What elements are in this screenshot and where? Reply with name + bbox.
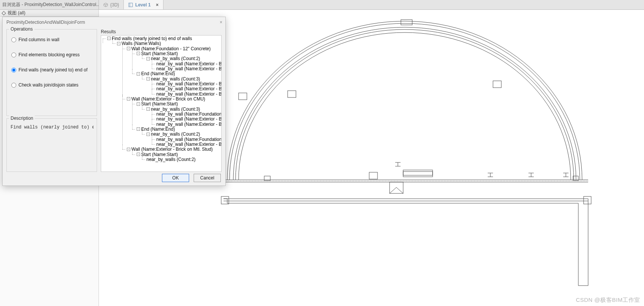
collapse-icon[interactable]: - xyxy=(137,102,140,106)
svg-rect-17 xyxy=(369,172,377,179)
tree-node-label: near_by_wall (Name:Exterior - Brick xyxy=(156,87,222,92)
radio-find-columns-label: Find columns in wall xyxy=(18,37,59,42)
collapse-icon[interactable]: - xyxy=(146,133,150,136)
tree-node[interactable]: near_by_wall (Name:Foundation - 12" xyxy=(152,112,221,117)
collapse-icon[interactable]: - xyxy=(117,42,120,45)
tree-node[interactable]: -near_by_walls (Count:2)near_by_wall (Na… xyxy=(142,132,221,147)
tree-node-label: near_by_wall (Name:Exterior - Brick xyxy=(156,61,222,66)
tree-node[interactable]: -Walls (Name:Walls)-Wall (Name:Foundatio… xyxy=(112,41,221,162)
operations-legend: Operations xyxy=(9,26,34,32)
tree-node[interactable]: -End (Name:End)-near_by_walls (Count:2)n… xyxy=(132,127,221,147)
tree-node-label: near_by_wall (Name:Exterior - Brick xyxy=(156,81,222,87)
project-browser-label-text: 目浏览器 - ProximityDetection_WallJoinContro… xyxy=(2,2,99,8)
collapse-icon[interactable]: - xyxy=(137,72,140,76)
svg-rect-0 xyxy=(129,3,132,7)
tree-node[interactable]: near_by_wall (Name:Exterior - Brick xyxy=(152,117,221,122)
tree-node[interactable]: -Start (Name:Start)-near_by_walls (Count… xyxy=(132,51,221,71)
radio-blocking-egress[interactable]: Find elements blocking egress xyxy=(11,52,94,57)
radio-nearly-joined-input[interactable] xyxy=(11,68,16,73)
collapse-icon[interactable]: - xyxy=(146,77,150,80)
svg-rect-21 xyxy=(584,196,591,204)
tree-node-label: Start (Name:Start) xyxy=(141,152,178,157)
svg-rect-15 xyxy=(493,81,501,88)
close-icon[interactable]: × xyxy=(156,2,159,8)
top-tab-strip: 目浏览器 - ProximityDetection_WallJoinContro… xyxy=(0,0,644,10)
radio-find-columns[interactable]: Find columns in wall xyxy=(11,37,94,42)
tree-node-label: near_by_wall (Name:Foundation - 12" xyxy=(156,111,222,117)
operations-groupbox: Operations Find columns in wall Find ele… xyxy=(6,29,97,116)
tree-node-label: Wall (Name:Exterior - Brick on Mtl. Stud… xyxy=(131,147,213,152)
tree-node-label: Wall (Name:Foundation - 12" Concrete) xyxy=(131,46,211,51)
radio-blocking-egress-label: Find elements blocking egress xyxy=(18,52,80,57)
tree-node-label: Start (Name:Start) xyxy=(141,102,178,107)
project-browser-label: 目浏览器 - ProximityDetection_WallJoinContro… xyxy=(0,0,99,9)
tree-node[interactable]: -near_by_walls (Count:3)near_by_wall (Na… xyxy=(142,107,221,127)
collapse-icon[interactable]: - xyxy=(107,37,111,40)
tree-node-label: near_by_wall (Name:Exterior - Brick xyxy=(156,142,222,147)
radio-nearly-joined[interactable]: Find walls (nearly joined to) end of xyxy=(11,67,94,73)
results-legend: Results xyxy=(101,29,222,35)
tree-node[interactable]: near_by_wall (Name:Exterior - Brick xyxy=(152,122,221,127)
tree-node-label: End (Name:End) xyxy=(141,127,175,132)
tab-level1[interactable]: Level 1 × xyxy=(124,0,163,9)
tree-node[interactable]: -Wall (Name:Exterior - Brick on CMU)-Sta… xyxy=(122,97,221,147)
close-icon[interactable]: × xyxy=(220,20,222,25)
tree-node[interactable]: near_by_wall (Name:Exterior - Brick xyxy=(152,87,221,91)
svg-rect-20 xyxy=(221,196,229,204)
collapse-icon[interactable]: - xyxy=(137,127,140,131)
tree-node[interactable]: near_by_wall (Name:Foundation - 12" xyxy=(152,137,221,142)
tree-node[interactable]: near_by_wall (Name:Exterior - Brick xyxy=(152,142,221,147)
radio-join-states-label: Check walls join/disjoin states xyxy=(18,82,79,88)
radio-nearly-joined-label: Find walls (nearly joined to) end of xyxy=(18,67,88,73)
tree-node[interactable]: -End (Name:End)-near_by_walls (Count:3)n… xyxy=(132,71,221,97)
cancel-button[interactable]: Cancel xyxy=(194,174,221,182)
tree-node[interactable]: near_by_wall (Name:Exterior - Brick xyxy=(152,62,221,66)
collapse-icon[interactable]: - xyxy=(127,97,130,100)
tree-node[interactable]: near_by_walls (Count:2) xyxy=(142,157,221,162)
collapse-icon[interactable]: - xyxy=(146,57,150,60)
radio-find-columns-input[interactable] xyxy=(11,37,16,42)
collapse-icon[interactable]: - xyxy=(137,153,140,156)
tree-node[interactable]: -Find walls (nearly joined to) end of wa… xyxy=(103,36,221,162)
radio-blocking-egress-input[interactable] xyxy=(11,53,16,57)
tab-3d[interactable]: {3D} xyxy=(99,0,124,9)
collapse-icon[interactable]: - xyxy=(127,47,130,50)
description-legend: Description xyxy=(9,116,35,121)
tree-node-label: near_by_wall (Name:Foundation - 12" xyxy=(156,137,222,142)
ok-button[interactable]: OK xyxy=(162,174,189,182)
collapse-icon[interactable]: - xyxy=(127,148,130,151)
svg-rect-10 xyxy=(401,20,412,25)
collapse-icon[interactable]: - xyxy=(146,107,150,111)
tree-node-label: Wall (Name:Exterior - Brick on CMU) xyxy=(131,96,205,102)
tree-node[interactable]: -Start (Name:Start)near_by_walls (Count:… xyxy=(132,152,221,162)
tree-node[interactable]: near_by_wall (Name:Exterior - Brick xyxy=(152,82,221,87)
tree-node-label: near_by_wall (Name:Exterior - Brick xyxy=(156,66,222,71)
tree-node[interactable]: near_by_wall (Name:Exterior - Brick xyxy=(152,92,221,97)
tree-node[interactable]: -near_by_walls (Count:3)near_by_wall (Na… xyxy=(142,77,221,97)
dialog-titlebar[interactable]: ProximityDetectionAndWallDisjoinForm × xyxy=(3,17,225,28)
view-filter-row[interactable]: 视图 (all) xyxy=(0,10,99,17)
results-tree[interactable]: -Find walls (nearly joined to) end of wa… xyxy=(101,35,222,172)
cube-icon xyxy=(103,3,108,7)
target-icon xyxy=(2,11,6,15)
description-groupbox: Description Find walls (nearly joined to… xyxy=(6,118,97,172)
tree-node[interactable]: near_by_wall (Name:Exterior - Brick xyxy=(152,66,221,71)
watermark-text: CSDN @极客BIM工作室 xyxy=(576,297,640,304)
plan-icon xyxy=(128,3,133,7)
tree-node[interactable]: -near_by_walls (Count:2)near_by_wall (Na… xyxy=(142,56,221,71)
view-filter-label: 视图 (all) xyxy=(8,10,25,16)
svg-point-2 xyxy=(2,12,5,15)
collapse-icon[interactable]: - xyxy=(137,52,140,55)
radio-join-states[interactable]: Check walls join/disjoin states xyxy=(11,82,94,88)
tree-node[interactable]: -Start (Name:Start)-near_by_walls (Count… xyxy=(132,102,221,127)
tree-node[interactable]: -Wall (Name:Foundation - 12" Concrete)-S… xyxy=(122,46,221,97)
tree-node[interactable]: -Wall (Name:Exterior - Brick on Mtl. Stu… xyxy=(122,147,221,162)
tree-node-label: near_by_wall (Name:Exterior - Brick xyxy=(156,117,222,122)
description-text: Find walls (nearly joined to) end of wa xyxy=(10,122,94,132)
radio-join-states-input[interactable] xyxy=(11,83,16,88)
svg-rect-19 xyxy=(403,172,433,175)
tree-node-label: near_by_walls (Count:3) xyxy=(151,107,200,112)
svg-rect-18 xyxy=(403,170,433,177)
tree-node-label: near_by_wall (Name:Exterior - Brick xyxy=(156,91,222,97)
svg-rect-14 xyxy=(288,91,296,97)
